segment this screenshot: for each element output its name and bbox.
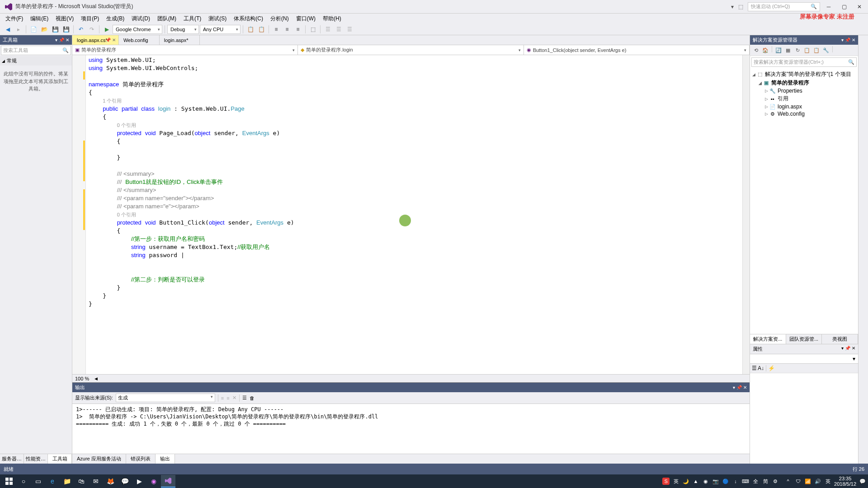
new-button[interactable]: 📄 [28,24,38,34]
se-home-icon[interactable]: 🏠 [761,46,769,54]
tray-keyboard-icon[interactable]: ⌨ [742,478,749,485]
zoom-level[interactable]: 100 % [75,376,89,381]
tray-up-icon[interactable]: ^ [784,478,792,485]
output-btn-2[interactable]: ≡ [226,395,229,401]
prop-alpha-button[interactable]: A↓ [758,365,764,371]
menu-debug[interactable]: 调试(D) [128,14,154,23]
tray-defender-icon[interactable]: 🛡 [794,478,802,485]
tray-wifi-icon[interactable]: 📶 [804,478,811,485]
close-button[interactable]: ✕ [853,2,866,11]
tool-btn-6[interactable]: ⬚ [308,24,318,34]
tab-webconfig[interactable]: Web.config [119,35,160,45]
notification-icon[interactable]: ▾ [731,4,734,10]
pin-icon[interactable]: 📌 [845,346,850,351]
tree-references[interactable]: ▷▪▪引用 [751,94,857,103]
minimize-button[interactable]: ─ [822,2,835,11]
task-view-icon[interactable]: ▭ [31,475,45,488]
toolbox-group-general[interactable]: ◢ 常规 [0,56,72,66]
tray-notifications-icon[interactable]: 💬 [859,478,866,485]
save-button[interactable]: 💾 [50,24,60,34]
tab-performance[interactable]: 性能资源... [24,454,48,464]
se-btn-2[interactable]: ▦ [784,46,792,54]
start-button[interactable]: ▶ [102,24,112,34]
menu-architecture[interactable]: 体系结构(C) [230,14,267,23]
tray-ime-icon[interactable]: 英 [672,478,679,485]
solution-tree[interactable]: ◢⬚解决方案"简单的登录程序"(1 个项目 ◢▣简单的登录程序 ▷🔧Proper… [750,68,858,334]
menu-analyze[interactable]: 分析(N) [267,14,292,23]
tray-icon-3[interactable]: 📷 [712,478,719,485]
tool-btn-8[interactable]: ☰ [334,24,344,34]
pin-icon[interactable]: 📌 [845,38,850,42]
nav-class-combo[interactable]: ◆简单的登录程序.login [298,45,524,55]
output-text[interactable]: 1>------ 已启动生成: 项目: 简单的登录程序, 配置: Debug A… [72,404,750,454]
tray-simp-icon[interactable]: 简 [762,478,769,485]
start-button[interactable] [2,475,16,488]
pin-icon[interactable]: 📌 [736,385,742,390]
app-icon-1[interactable]: ▶ [132,475,146,488]
explorer-icon[interactable]: 📁 [60,475,74,488]
prop-categorized-button[interactable]: ☰ [752,365,757,371]
menu-help[interactable]: 帮助(H) [319,14,345,23]
tool-btn-1[interactable]: 📋 [245,24,255,34]
code-text[interactable]: using System.Web.UI; using System.Web.UI… [86,55,742,374]
output-btn-3[interactable]: ✕ [232,395,236,401]
tab-error-list[interactable]: 错误列表 [126,454,156,464]
tool-btn-5[interactable]: ≡ [293,24,303,34]
tree-webconfig[interactable]: ▷⚙Web.config [751,110,857,117]
menu-edit[interactable]: 编辑(E) [27,14,52,23]
se-btn-4[interactable]: 📋 [803,46,811,54]
tab-server-explorer[interactable]: 服务器资... [0,454,24,464]
open-button[interactable]: 📂 [39,24,49,34]
se-home-button[interactable]: ⟲ [752,46,760,54]
dropdown-icon[interactable]: ▾ [733,385,735,390]
wechat-icon[interactable]: 💬 [118,475,132,488]
scroll-left-icon[interactable]: ◀ [94,376,98,381]
prop-events-button[interactable]: ⚡ [768,365,775,371]
store-icon[interactable]: 🛍 [74,475,89,488]
nav-member-combo[interactable]: ◉Button1_Click(object sender, EventArgs … [524,45,750,55]
menu-team[interactable]: 团队(M) [154,14,180,23]
tree-login-aspx[interactable]: ▷📄login.aspx [751,103,857,110]
close-panel-icon[interactable]: ✕ [743,385,747,390]
save-all-button[interactable]: 💾 [61,24,71,34]
cortana-icon[interactable]: ○ [16,475,31,488]
tab-toolbox[interactable]: 工具箱 [48,454,72,464]
nav-project-combo[interactable]: ▣简单的登录程序 [72,45,298,55]
menu-file[interactable]: 文件(F) [2,14,27,23]
se-properties-button[interactable]: 🔧 [822,46,830,54]
close-panel-icon[interactable]: ✕ [852,346,855,351]
menu-tools[interactable]: 工具(T) [180,14,205,23]
tab-solution-explorer[interactable]: 解决方案资... [750,334,786,344]
dropdown-icon[interactable]: ▾ [55,38,57,42]
output-btn-1[interactable]: ≡ [221,395,224,401]
maximize-button[interactable]: ▢ [837,2,851,11]
tray-settings-icon[interactable]: ⚙ [772,478,779,485]
menu-view[interactable]: 视图(V) [52,14,77,23]
forward-button[interactable]: ▸ [14,24,24,34]
solution-search[interactable]: 搜索解决方案资源管理器(Ctrl+;) 🔍 [751,57,857,67]
mail-icon[interactable]: ✉ [89,475,103,488]
tray-sogou-icon[interactable]: S [662,478,670,485]
se-sync-button[interactable]: 🔄 [774,46,783,54]
edge-icon[interactable]: e [45,475,60,488]
right-collapsed-tabs[interactable] [858,35,868,464]
tab-login-aspx[interactable]: login.aspx* [160,35,200,45]
tree-solution-root[interactable]: ◢⬚解决方案"简单的登录程序"(1 个项目 [751,70,857,79]
tab-team-explorer[interactable]: 团队资源管... [786,334,822,344]
toolbox-search[interactable]: 搜索工具箱 🔍 [1,46,71,55]
tool-btn-2[interactable]: 📋 [256,24,266,34]
app-icon-2[interactable]: ◉ [146,475,161,488]
properties-object-combo[interactable]: ▾ [750,354,858,364]
menu-window[interactable]: 窗口(W) [292,14,319,23]
config-combo[interactable]: Debug [167,25,199,34]
feedback-icon[interactable]: ⬚ [738,4,743,10]
redo-button[interactable]: ↷ [87,24,97,34]
output-btn-wrap[interactable]: ☰ [242,395,247,401]
tray-volume-icon[interactable]: 🔊 [814,478,821,485]
tab-login-cs[interactable]: login.aspx.cs*📌 ✕ [72,35,119,45]
tool-btn-9[interactable]: ☰ [344,24,354,34]
tray-lang-icon[interactable]: 英 [824,478,831,485]
tool-btn-3[interactable]: ≡ [271,24,281,34]
tab-output[interactable]: 输出 [156,454,175,464]
se-refresh-button[interactable]: ↻ [793,46,802,54]
